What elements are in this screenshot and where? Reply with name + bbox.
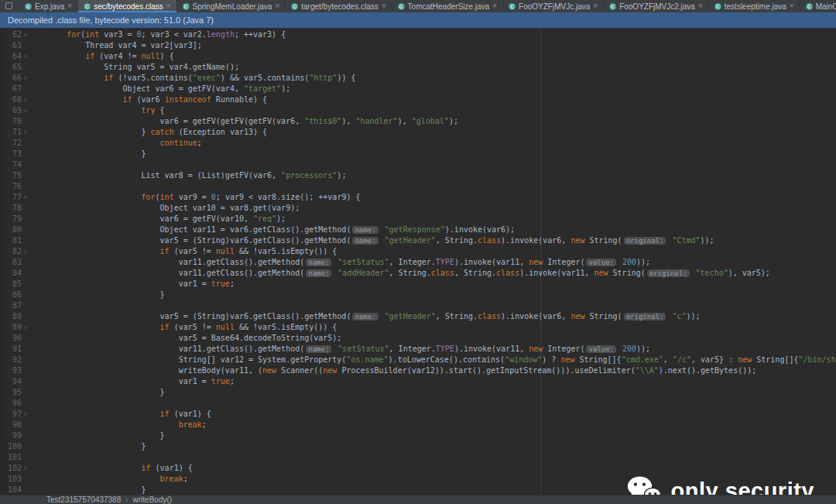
close-icon[interactable]: × (492, 2, 497, 10)
code-line[interactable]: 64∨ if (var4 != null) { (0, 51, 836, 62)
code-line[interactable]: 76 (0, 181, 836, 192)
code-line[interactable]: 74 (0, 159, 836, 170)
line-number[interactable]: 90 (0, 333, 22, 344)
code-line[interactable]: 65 String var5 = var4.getName(); (0, 62, 836, 73)
line-number[interactable]: 93 (0, 365, 22, 376)
close-icon[interactable]: × (382, 2, 386, 10)
code-line[interactable]: 94 var1 = true; (0, 376, 836, 387)
code-line[interactable]: 83 var11.getClass().getMethod(name: "set… (0, 257, 836, 268)
line-number[interactable]: 72 (0, 138, 22, 149)
code-line[interactable]: 72 continue; (0, 138, 836, 149)
fold-icon[interactable]: ∨ (22, 105, 29, 116)
line-number[interactable]: 79 (0, 214, 22, 225)
line-number[interactable]: 89 (0, 322, 22, 333)
line-number[interactable]: 102 (0, 463, 22, 474)
code-line[interactable]: 75 List var8 = (List)getFV(var6, "proces… (0, 170, 836, 181)
line-number[interactable]: 68 (0, 94, 22, 105)
code-line[interactable]: 68∨ if (var6 instanceof Runnable) { (0, 94, 836, 105)
close-icon[interactable]: × (698, 2, 703, 10)
line-number[interactable]: 87 (0, 300, 22, 311)
fold-icon[interactable]: ∨ (22, 29, 29, 40)
breadcrumb-item[interactable]: Test23157570437388 (46, 495, 121, 504)
tab-foooyzfjmvjc-java[interactable]: CFooOYZFjMVJc.java× (503, 0, 604, 12)
code-line[interactable]: 62∨ for(int var3 = 0; var3 < var2.length… (0, 29, 836, 40)
code-line[interactable]: 80 Object var11 = var6.getClass().getMet… (0, 225, 836, 235)
line-number[interactable]: 103 (0, 474, 22, 485)
fold-icon[interactable]: ∨ (22, 463, 29, 474)
code-line[interactable]: 67 Object var6 = getFV(var4, "target"); (0, 84, 836, 94)
code-line[interactable]: 78 Object var10 = var8.get(var9); (0, 203, 836, 214)
line-number[interactable]: 74 (0, 159, 22, 170)
line-number[interactable]: 76 (0, 181, 22, 192)
code-line[interactable]: 63 Thread var4 = var2[var3]; (0, 40, 836, 51)
line-number[interactable]: 86 (0, 290, 22, 300)
code-editor[interactable]: 62∨ for(int var3 = 0; var3 < var2.length… (0, 28, 836, 495)
line-number[interactable]: 85 (0, 279, 22, 290)
code-line[interactable]: 85 var1 = true; (0, 279, 836, 290)
line-number[interactable]: 78 (0, 203, 22, 214)
tab-springmemloader-java[interactable]: CSpringMemLoader.java× (177, 0, 286, 12)
tab-maincontroller-class[interactable]: CMainController.class× (800, 0, 836, 12)
line-number[interactable]: 80 (0, 225, 22, 235)
close-icon[interactable]: × (166, 2, 171, 10)
tab-testsleeptime-java[interactable]: Ctestsleeptime.java× (709, 0, 800, 12)
fold-icon[interactable]: ∨ (22, 51, 29, 62)
line-number[interactable]: 62 (0, 29, 22, 40)
line-number[interactable]: 71 (0, 127, 22, 138)
fold-icon[interactable]: ∨ (22, 192, 29, 203)
code-line[interactable]: 81 var5 = (String)var6.getClass().getMet… (0, 235, 836, 246)
line-number[interactable]: 91 (0, 344, 22, 355)
code-line[interactable]: 93 writeBody(var11, (new Scanner((new Pr… (0, 365, 836, 376)
line-number[interactable]: 70 (0, 116, 22, 127)
code-line[interactable]: 98 break; (0, 420, 836, 430)
tab-sec-bytecodes-class[interactable]: Csec/bytecodes.class× (78, 0, 176, 12)
code-line[interactable]: 100 } (0, 441, 836, 452)
code-line[interactable]: 82∨ if (var5 != null && !var5.isEmpty())… (0, 246, 836, 257)
code-area[interactable]: 62∨ for(int var3 = 0; var3 < var2.length… (0, 28, 836, 495)
line-number[interactable]: 81 (0, 235, 22, 246)
code-line[interactable]: 77∨ for(int var9 = 0; var9 < var8.size()… (0, 192, 836, 203)
line-number[interactable]: 101 (0, 452, 22, 463)
line-number[interactable]: 77 (0, 192, 22, 203)
code-line[interactable]: 97∨ if (var1) { (0, 409, 836, 420)
code-line[interactable]: 79 var6 = getFV(var10, "req"); (0, 214, 836, 225)
fold-icon[interactable]: ∨ (22, 73, 29, 84)
line-number[interactable]: 99 (0, 430, 22, 441)
code-line[interactable]: 87 (0, 300, 836, 311)
code-line[interactable]: 84 var11.getClass().getMethod(name: "add… (0, 268, 836, 279)
tab-foooyzfjmvjc2-java[interactable]: CFooOYZFjMVJc2.java× (604, 0, 709, 12)
tab-tomcatheadersize-java[interactable]: CTomcatHeaderSize.java× (392, 0, 503, 12)
code-line[interactable]: 96 (0, 398, 836, 409)
fold-icon[interactable]: ∨ (22, 94, 29, 105)
fold-icon[interactable]: ∨ (22, 409, 29, 420)
line-number[interactable]: 95 (0, 387, 22, 398)
code-line[interactable]: 66∨ if (!var5.contains("exec") && var5.c… (0, 73, 836, 84)
line-number[interactable]: 82 (0, 246, 22, 257)
line-number[interactable]: 98 (0, 420, 22, 430)
code-line[interactable]: 90 var5 = Base64.decodeToString(var5); (0, 333, 836, 344)
line-number[interactable]: 64 (0, 51, 22, 62)
code-line[interactable]: 70 var6 = getFV(getFV(getFV(var6, "this$… (0, 116, 836, 127)
code-line[interactable]: 95 } (0, 387, 836, 398)
line-number[interactable]: 73 (0, 149, 22, 159)
close-icon[interactable]: × (790, 2, 794, 10)
code-line[interactable]: 73 } (0, 149, 836, 159)
line-number[interactable]: 97 (0, 409, 22, 420)
line-number[interactable]: 92 (0, 355, 22, 365)
line-number[interactable]: 67 (0, 84, 22, 94)
tab-exp-java[interactable]: CExp.java× (19, 0, 78, 12)
fold-icon[interactable]: ∨ (22, 246, 29, 257)
code-line[interactable]: 92 String[] var12 = System.getProperty("… (0, 355, 836, 365)
close-icon[interactable]: × (275, 2, 279, 10)
line-number[interactable]: 84 (0, 268, 22, 279)
line-number[interactable]: 83 (0, 257, 22, 268)
code-line[interactable]: 89∨ if (var5 != null && !var5.isEmpty())… (0, 322, 836, 333)
code-line[interactable]: 88 var5 = (String)var6.getClass().getMet… (0, 311, 836, 322)
code-line[interactable]: 91 var11.getClass().getMethod(name: "set… (0, 344, 836, 355)
code-line[interactable]: 86 } (0, 290, 836, 300)
line-number[interactable]: 63 (0, 40, 22, 51)
window-menu-icon[interactable] (5, 2, 12, 9)
code-line[interactable]: 71∨ } catch (Exception var13) { (0, 127, 836, 138)
line-number[interactable]: 88 (0, 311, 22, 322)
code-line[interactable]: 101 (0, 452, 836, 463)
